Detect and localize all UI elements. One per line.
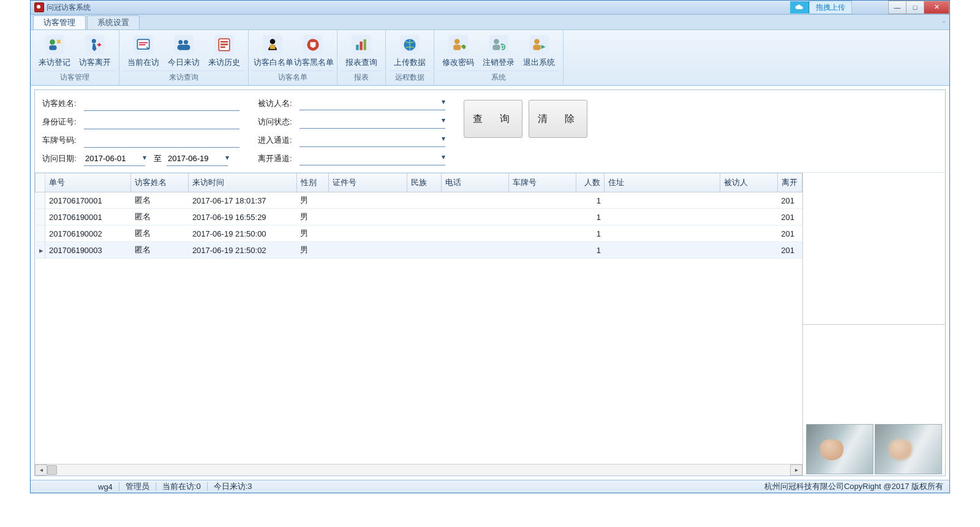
globe-icon	[400, 35, 420, 55]
ribbon-collapse-icon[interactable]: ⌵	[942, 17, 946, 24]
col-visit-time[interactable]: 来访时间	[189, 173, 296, 192]
horizontal-scrollbar[interactable]: ◂ ▸	[35, 464, 802, 476]
search-button[interactable]: 查 询	[464, 100, 522, 138]
register-visit-button[interactable]: 来访登记	[34, 31, 75, 70]
table-row[interactable]: 201706190002匿名2017-06-19 21:50:00男1201	[36, 226, 802, 242]
id-no-input[interactable]	[84, 115, 239, 129]
cell-leave: 201	[777, 226, 802, 242]
ribbon-toolbar: 来访登记 访客离开 访客管理 当前在访 今日来访	[31, 30, 949, 86]
cell-visitor-name: 匿名	[131, 192, 189, 209]
ribbon-group-system-label: 系统	[438, 70, 559, 85]
svg-point-20	[494, 39, 499, 44]
visitor-name-input[interactable]	[84, 97, 239, 111]
svg-rect-15	[360, 42, 362, 50]
visitor-photo-1	[806, 424, 873, 474]
col-cert-no[interactable]: 证件号	[328, 173, 407, 192]
cell-visit-time: 2017-06-17 18:01:37	[189, 192, 296, 209]
cell-doc-no: 201706170001	[45, 192, 131, 209]
col-doc-no[interactable]: 单号	[45, 173, 131, 192]
today-visits-button[interactable]: 今日来访	[164, 31, 204, 70]
status-bar: wg4 管理员 当前在访:0 今日来访:3 杭州问冠科技有限公司CopyRigh…	[31, 480, 949, 493]
cell-plate	[509, 192, 576, 209]
date-to-input[interactable]	[167, 152, 228, 166]
cell-visited	[720, 209, 777, 226]
cell-ethnicity	[407, 242, 441, 259]
cell-plate	[509, 209, 576, 226]
tab-visitor-management[interactable]: 访客管理	[33, 15, 86, 29]
clear-button[interactable]: 清 除	[529, 100, 587, 138]
cell-visit-time: 2017-06-19 16:55:29	[189, 209, 296, 226]
col-phone[interactable]: 电话	[442, 173, 509, 192]
cloud-icon-button[interactable]	[790, 1, 809, 13]
cell-leave: 201	[777, 242, 802, 259]
blacklist-label: 访客黑名单	[294, 57, 332, 68]
cell-visited	[720, 242, 777, 259]
cell-phone	[442, 226, 509, 242]
report-query-button[interactable]: 报表查询	[341, 31, 382, 70]
whitelist-label: 访客白名单	[254, 57, 292, 68]
preview-panel-bottom	[803, 325, 945, 476]
svg-point-4	[178, 40, 183, 44]
svg-rect-10	[221, 47, 225, 48]
app-icon	[34, 2, 44, 12]
maximize-button[interactable]: □	[906, 1, 924, 14]
col-visited[interactable]: 被访人	[720, 173, 777, 192]
leave-channel-label: 离开通道:	[258, 153, 300, 164]
cell-doc-no: 201706190002	[45, 226, 131, 242]
close-button[interactable]: ✕	[924, 1, 949, 14]
tab-system-settings[interactable]: 系统设置	[87, 15, 140, 29]
cell-count: 1	[576, 209, 605, 226]
svg-rect-8	[221, 41, 228, 43]
exit-button[interactable]: 退出系统	[519, 31, 559, 70]
table-row[interactable]: 201706190001匿名2017-06-19 16:55:29男1201	[36, 209, 802, 226]
status-current-visits: 当前在访:0	[162, 481, 201, 492]
upload-data-button[interactable]: 上传数据	[390, 31, 430, 70]
col-ethnicity[interactable]: 民族	[407, 173, 441, 192]
scroll-thumb[interactable]	[47, 465, 57, 475]
scroll-right-icon[interactable]: ▸	[790, 464, 802, 476]
plate-no-input[interactable]	[84, 134, 239, 148]
change-password-label: 修改密码	[439, 57, 477, 68]
cell-leave: 201	[777, 209, 802, 226]
col-visitor-name[interactable]: 访客姓名	[131, 173, 189, 192]
cell-gender: 男	[296, 226, 328, 242]
scroll-left-icon[interactable]: ◂	[35, 464, 47, 476]
blacklist-button[interactable]: 访客黑名单	[293, 31, 333, 70]
col-gender[interactable]: 性别	[296, 173, 328, 192]
visit-history-button[interactable]: 来访历史	[204, 31, 244, 70]
logout-button[interactable]: 注销登录	[478, 31, 519, 70]
cell-doc-no: 201706190001	[45, 209, 131, 226]
col-count[interactable]: 人数	[576, 173, 605, 192]
visited-name-select[interactable]	[300, 97, 445, 110]
ribbon-group-reports-label: 报表	[341, 70, 382, 85]
register-icon	[45, 35, 64, 55]
svg-rect-21	[492, 45, 500, 50]
plate-no-label: 车牌号码:	[42, 135, 84, 146]
cell-count: 1	[576, 192, 605, 209]
results-grid[interactable]: 单号 访客姓名 来访时间 性别 证件号 民族 电话 车牌号 人数 住址 被访人 …	[35, 173, 802, 464]
enter-channel-select[interactable]	[300, 134, 445, 147]
title-bar: 问冠访客系统 拖拽上传 — □ ✕	[31, 1, 949, 15]
ribbon-group-visitor-lists-label: 访客名单	[252, 70, 333, 85]
body-split: 单号 访客姓名 来访时间 性别 证件号 民族 电话 车牌号 人数 住址 被访人 …	[35, 173, 945, 476]
history-icon	[214, 35, 234, 55]
current-visits-button[interactable]: 当前在访	[123, 31, 164, 70]
svg-point-22	[534, 39, 540, 44]
ribbon-group-visitor-lists: 访客白名单 访客黑名单 访客名单	[249, 30, 337, 85]
col-leave[interactable]: 离开	[777, 173, 802, 192]
whitelist-button[interactable]: 访客白名单	[252, 31, 293, 70]
col-plate[interactable]: 车牌号	[509, 173, 576, 192]
leave-channel-select[interactable]	[300, 153, 445, 165]
minimize-button[interactable]: —	[888, 1, 907, 14]
visit-status-select[interactable]	[300, 116, 445, 129]
date-from-input[interactable]	[84, 152, 145, 166]
drag-upload-link[interactable]: 拖拽上传	[809, 1, 852, 14]
col-address[interactable]: 住址	[605, 173, 720, 192]
cell-cert-no	[328, 226, 407, 242]
table-row[interactable]: ▸201706190003匿名2017-06-19 21:50:02男1201	[36, 242, 802, 259]
cell-plate	[509, 226, 576, 242]
table-row[interactable]: 201706170001匿名2017-06-17 18:01:37男1201	[36, 192, 802, 209]
change-password-button[interactable]: 修改密码	[438, 31, 478, 70]
visitor-leave-button[interactable]: 访客离开	[75, 31, 115, 70]
visit-history-label: 来访历史	[205, 57, 243, 68]
